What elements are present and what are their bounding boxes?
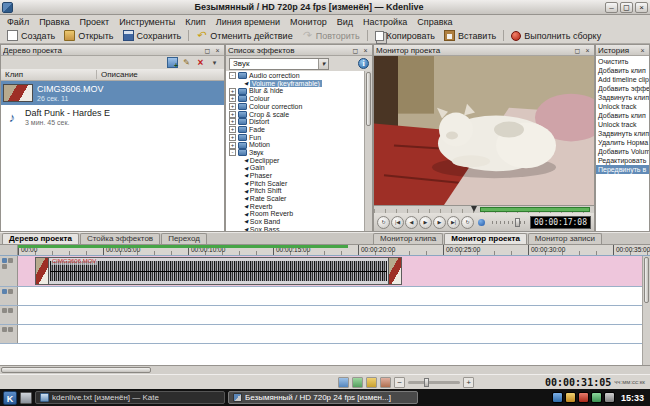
save-button[interactable]: Сохранить: [119, 29, 186, 43]
close-panel-icon[interactable]: ×: [213, 46, 222, 55]
timeline-zone-bar[interactable]: [18, 245, 348, 248]
undo-button[interactable]: Отменить действие: [192, 29, 296, 43]
expander-icon[interactable]: +: [229, 142, 236, 149]
effect-item[interactable]: Reverb: [226, 203, 364, 211]
zoom-in-icon[interactable]: [463, 377, 474, 388]
history-item[interactable]: Очистить: [596, 57, 649, 66]
timeline-ruler[interactable]: 00:0000:00:05:0000:00:10:0000:00:15:0000…: [0, 245, 650, 256]
tray-icon[interactable]: [604, 392, 615, 403]
track-header[interactable]: [0, 256, 18, 286]
expander-icon[interactable]: -: [229, 72, 236, 79]
mute-icon[interactable]: [2, 264, 7, 269]
monitor-ruler[interactable]: [374, 205, 594, 213]
info-icon[interactable]: [358, 58, 369, 69]
effect-item[interactable]: - Audio correction: [226, 72, 364, 80]
menu-item[interactable]: Правка: [34, 17, 74, 27]
close-panel-icon[interactable]: ×: [361, 46, 370, 55]
menu-item[interactable]: Линия времени: [211, 17, 285, 27]
timeline-clip[interactable]: CIMG3606.MOV: [35, 257, 402, 285]
transport-button[interactable]: ▶: [433, 216, 446, 229]
tray-icon[interactable]: [591, 392, 602, 403]
taskbar-item-kate[interactable]: kdenlive.txt [изменён] — Kate: [35, 391, 225, 404]
tab-project-monitor[interactable]: Монитор проекта: [444, 233, 527, 244]
delete-clip-button[interactable]: [195, 57, 206, 68]
history-item[interactable]: Передвинуть в: [596, 165, 649, 174]
history-item[interactable]: Add timeline clip: [596, 75, 649, 84]
tray-icon[interactable]: [578, 392, 589, 403]
slider-knob[interactable]: [515, 218, 520, 227]
history-item[interactable]: Редактировать: [596, 156, 649, 165]
track-body[interactable]: [18, 325, 650, 343]
effect-item[interactable]: Room Reverb: [226, 210, 364, 218]
lock-icon[interactable]: [8, 258, 13, 263]
float-panel-icon[interactable]: ◻: [203, 46, 212, 55]
track-header[interactable]: [0, 306, 18, 324]
playhead-icon[interactable]: [471, 206, 477, 212]
history-item[interactable]: Задвинуть клип: [596, 93, 649, 102]
video-preview[interactable]: [374, 56, 594, 205]
history-item[interactable]: Unlock track: [596, 102, 649, 111]
close-panel-icon[interactable]: ×: [638, 46, 647, 55]
expander-icon[interactable]: -: [229, 149, 236, 156]
menu-item[interactable]: Файл: [2, 17, 34, 27]
zone-bar[interactable]: [480, 207, 590, 212]
tray-icon[interactable]: [552, 392, 563, 403]
history-item[interactable]: Добавить эффект: [596, 84, 649, 93]
expander-icon[interactable]: +: [229, 103, 236, 110]
show-desktop-icon[interactable]: [20, 392, 32, 404]
history-item[interactable]: Добавить Volume: [596, 147, 649, 156]
menu-item[interactable]: Проект: [75, 17, 115, 27]
render-button[interactable]: Выполнить сборку: [507, 29, 605, 43]
expander-icon[interactable]: +: [229, 118, 236, 125]
effect-item[interactable]: Pitch Scaler: [226, 180, 364, 188]
taskbar-item-kdenlive[interactable]: Безымянный / HD 720p 24 fps [измен...]: [228, 391, 418, 404]
effect-item[interactable]: + Distort: [226, 118, 364, 126]
redo-button[interactable]: Повторить: [298, 29, 364, 43]
timeline-vscrollbar[interactable]: [642, 256, 650, 365]
menu-item[interactable]: Клип: [180, 17, 210, 27]
clip-item[interactable]: ♪ Daft Punk - Hardes E 3 мин. 45 сек.: [1, 105, 224, 129]
timeline-hscrollbar[interactable]: [0, 365, 650, 374]
column-description[interactable]: Описание: [97, 70, 142, 79]
lock-icon[interactable]: [8, 289, 13, 294]
zoom-out-icon[interactable]: [394, 377, 405, 388]
track-body[interactable]: [18, 287, 650, 305]
effect-item[interactable]: Rate Scaler: [226, 195, 364, 203]
track-body[interactable]: CIMG3606.MOV: [18, 256, 650, 286]
lock-icon[interactable]: [8, 327, 13, 332]
more-options-icon[interactable]: [209, 57, 220, 68]
effect-item[interactable]: + Fade: [226, 126, 364, 134]
transport-button[interactable]: |◀: [391, 216, 404, 229]
tab-transition[interactable]: Переход: [161, 233, 207, 244]
history-item[interactable]: Удалить Норма: [596, 138, 649, 147]
transport-button[interactable]: ◀: [405, 216, 418, 229]
close-panel-icon[interactable]: ×: [583, 46, 592, 55]
tray-icon[interactable]: [565, 392, 576, 403]
zoom-slider[interactable]: [408, 381, 460, 384]
effect-item[interactable]: Volume (keyframable): [226, 80, 364, 88]
track-header[interactable]: [0, 325, 18, 343]
expander-icon[interactable]: +: [229, 134, 236, 141]
effect-item[interactable]: Sox Band: [226, 218, 364, 226]
kmenu-button[interactable]: K: [3, 391, 17, 405]
float-panel-icon[interactable]: ◻: [351, 46, 360, 55]
effect-item[interactable]: Declipper: [226, 157, 364, 165]
expander-icon[interactable]: +: [229, 126, 236, 133]
maximize-icon[interactable]: ◻: [620, 2, 633, 13]
menu-item[interactable]: Настройка: [358, 17, 412, 27]
minimize-icon[interactable]: –: [605, 2, 618, 13]
history-item[interactable]: Добавить клип: [596, 66, 649, 75]
transport-button[interactable]: ▶: [419, 216, 432, 229]
scrollbar-thumb[interactable]: [644, 257, 649, 303]
clip-item[interactable]: CIMG3606.MOV 26 сек. 11: [1, 81, 224, 105]
track-header[interactable]: [0, 287, 18, 305]
effect-item[interactable]: + Motion: [226, 141, 364, 149]
effect-item[interactable]: + Colour correction: [226, 103, 364, 111]
expander-icon[interactable]: +: [229, 95, 236, 102]
expander-icon[interactable]: +: [229, 88, 236, 95]
effect-category-select[interactable]: Звук: [229, 58, 329, 70]
transport-button[interactable]: ↻: [377, 216, 390, 229]
tab-effect-stack[interactable]: Стойка эффектов: [80, 233, 160, 244]
close-icon[interactable]: ×: [635, 2, 648, 13]
titlebar[interactable]: Безымянный / HD 720p 24 fps [изменён] — …: [0, 0, 650, 15]
